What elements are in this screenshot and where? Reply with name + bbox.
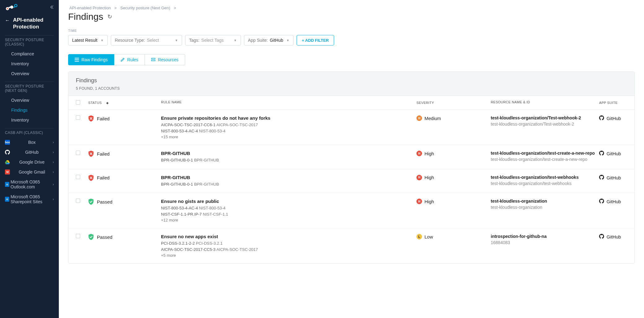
app-suite-text: GitHub xyxy=(607,175,621,180)
col-appsuite-header[interactable]: APP SUITE xyxy=(599,101,618,105)
row-checkbox[interactable] xyxy=(76,175,80,179)
nav-section-label: SECURITY POSTURE (NEXT GEN) xyxy=(0,79,59,95)
sidebar: ← API-enabled Protection SECURITY POSTUR… xyxy=(0,0,59,318)
breadcrumb: API-enabled Protection > Security postur… xyxy=(68,6,635,10)
panel-title: Findings xyxy=(76,77,627,84)
row-checkbox[interactable] xyxy=(76,115,80,120)
github-icon xyxy=(5,150,10,155)
app-suite-text: GitHub xyxy=(607,234,621,239)
nav-item-label: Microsoft O365 Sharepoint Sites xyxy=(11,194,53,204)
github-icon xyxy=(599,115,604,121)
tab-raw-findings[interactable]: Raw Findings xyxy=(68,54,114,65)
breadcrumb-item[interactable]: API-enabled Protection xyxy=(69,6,111,10)
svg-text:o: o xyxy=(6,198,8,201)
back-arrow-icon[interactable]: ← xyxy=(5,18,10,23)
nav-inventory-ng[interactable]: Inventory xyxy=(0,115,59,125)
rule-name: Ensure no new apps exist xyxy=(161,234,410,239)
rule-compliance-tags: AICPA-SOC-TSC-2017-CC6-1 AICPA-SOC-TSC-2… xyxy=(161,122,410,134)
severity-badge-icon: H xyxy=(416,115,422,121)
chevron-right-icon: › xyxy=(53,140,54,144)
chevron-right-icon: › xyxy=(53,160,54,164)
cards-icon xyxy=(151,58,155,62)
resource-id: 16884083 xyxy=(491,240,599,245)
filter-app-suite[interactable]: App Suite: GitHub ▼ xyxy=(244,35,294,45)
chevron-right-icon: › xyxy=(53,150,54,154)
status-text: Passed xyxy=(97,199,112,204)
filter-resource-type[interactable]: Resource Type: Select ▼ xyxy=(111,35,182,45)
table-row[interactable]: FailedBPR-GITHUBBPR-GITHUB-0-1 BPR-GITHU… xyxy=(68,169,634,193)
page-title: Findings xyxy=(68,11,103,22)
sidebar-collapse-button[interactable] xyxy=(50,5,54,10)
github-icon xyxy=(599,151,604,157)
nav-inventory-classic[interactable]: Inventory xyxy=(0,59,59,69)
nav-item-label: Compliance xyxy=(11,51,34,56)
tab-resources[interactable]: Resources xyxy=(145,54,185,65)
sidebar-title: API-enabled Protection xyxy=(13,17,54,30)
chevron-right-icon: › xyxy=(53,197,54,201)
shield-failed-icon xyxy=(88,175,94,181)
logo[interactable] xyxy=(5,4,19,11)
resource-name: test-kloudless-organization/Test-webhook… xyxy=(491,115,599,120)
rule-more-link[interactable]: +12 more xyxy=(161,218,410,222)
chevron-down-icon: ▼ xyxy=(101,39,104,42)
time-filter-label: TIME xyxy=(68,29,635,32)
nav-gmail[interactable]: MGoogle Gmail› xyxy=(0,167,59,177)
table-row[interactable]: FailedBPR-GITHUBBPR-GITHUB-0-1 BPR-GITHU… xyxy=(68,145,634,169)
nav-box[interactable]: boxBox› xyxy=(0,137,59,147)
table-row[interactable]: PassedEnsure no new apps existPCI-DSS-3.… xyxy=(68,228,634,263)
rule-more-link[interactable]: +15 more xyxy=(161,135,410,139)
table-row[interactable]: PassedEnsure no gists are publicNIST-800… xyxy=(68,193,634,228)
resource-id: test-kloudless-organization/Test-webhook… xyxy=(491,122,599,127)
nav-item-label: GitHub xyxy=(25,150,39,155)
select-all-checkbox[interactable] xyxy=(76,100,80,105)
rule-more-link[interactable]: +5 more xyxy=(161,253,410,258)
resource-name: introspection-for-github-na xyxy=(491,234,599,239)
resource-name: test-kloudless-organization xyxy=(491,199,599,204)
nav-findings[interactable]: Findings xyxy=(0,105,59,115)
col-rule-header[interactable]: RULE NAME xyxy=(161,100,182,104)
panel-subtitle: 5 FOUND, 1 ACCOUNTS xyxy=(76,86,627,91)
filter-latest-result[interactable]: Latest Result ▼ xyxy=(68,35,108,45)
severity-text: High xyxy=(424,151,434,156)
nav-overview-classic[interactable]: Overview xyxy=(0,69,59,79)
tab-label: Resources xyxy=(158,57,179,62)
breadcrumb-item[interactable]: Security posture (Next Gen) xyxy=(120,6,170,10)
table-row[interactable]: FailedEnsure private repositories do not… xyxy=(68,110,634,145)
tab-label: Raw Findings xyxy=(81,57,108,62)
rule-name: BPR-GITHUB xyxy=(161,175,410,180)
refresh-icon[interactable]: ↻ xyxy=(107,13,112,20)
svg-point-1 xyxy=(7,8,8,9)
chevron-right-icon: › xyxy=(53,182,54,187)
chevron-down-icon: ▼ xyxy=(234,39,237,42)
rule-name: BPR-GITHUB xyxy=(161,151,410,156)
nav-ms-outlook[interactable]: oMicrosoft O365 Outlook.com› xyxy=(0,177,59,192)
nav-github[interactable]: GitHub› xyxy=(0,147,59,157)
col-severity-header[interactable]: SEVERITY xyxy=(416,101,434,105)
svg-line-5 xyxy=(14,6,15,8)
row-checkbox[interactable] xyxy=(76,234,80,238)
shield-passed-icon xyxy=(88,199,94,205)
nav-item-label: Inventory xyxy=(11,61,29,66)
rule-compliance-tags: PCI-DSS-3.2.1-2-2 PCI-DSS-3.2.1AICPA-SOC… xyxy=(161,240,410,252)
col-resource-header[interactable]: RESOURCE NAME & ID xyxy=(491,100,530,104)
nav-ms-sharepoint[interactable]: oMicrosoft O365 Sharepoint Sites› xyxy=(0,192,59,207)
status-text: Failed xyxy=(97,175,110,180)
resource-id: test-kloudless-organization/test-create-… xyxy=(491,157,599,162)
row-checkbox[interactable] xyxy=(76,199,80,203)
github-icon xyxy=(599,234,604,240)
severity-badge-icon: L xyxy=(416,234,422,239)
resource-name: test-kloudless-organization/test-create-… xyxy=(491,151,599,156)
nav-compliance[interactable]: Compliance xyxy=(0,49,59,59)
col-status-header[interactable]: STATUS xyxy=(88,101,102,105)
nav-overview-ng[interactable]: Overview xyxy=(0,95,59,105)
resource-id: test-kloudless-organization/test-webhook… xyxy=(491,181,599,186)
chevron-right-icon: › xyxy=(53,170,54,174)
list-icon xyxy=(75,58,79,62)
add-filter-button[interactable]: + ADD FILTER xyxy=(297,35,334,45)
ms-icon: o xyxy=(5,197,9,202)
nav-gdrive[interactable]: Google Drive› xyxy=(0,157,59,167)
row-checkbox[interactable] xyxy=(76,151,80,155)
tab-rules[interactable]: Rules xyxy=(114,54,145,65)
filter-tags[interactable]: Tags: Select Tags ▼ xyxy=(185,35,241,45)
nav-section-label: CASB API (CLASSIC) xyxy=(0,125,59,137)
